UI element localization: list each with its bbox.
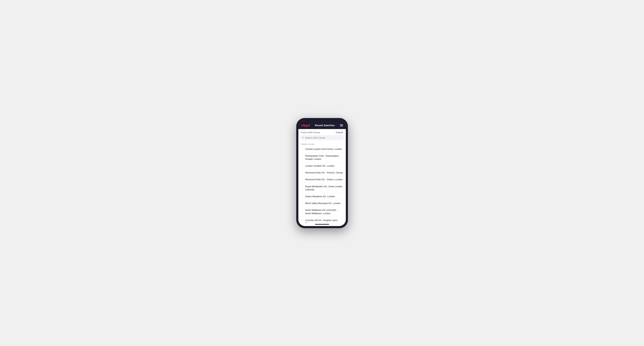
search-box[interactable]: ⚲ — [300, 135, 344, 140]
find-label: Find a Golf Course — [301, 131, 320, 134]
course-list-item[interactable]: London Scottish GC, London — [298, 163, 346, 170]
nav-bar: clippd Recent Searches — [298, 122, 346, 129]
course-name: Richmond Park GC - Prince's, Surrey — [305, 171, 343, 174]
find-header: Find a Golf Course Cancel — [298, 129, 346, 135]
content-area: Find a Golf Course Cancel ⚲ Nearby cours… — [298, 129, 346, 223]
course-name: Brent Valley Municipal GC, London — [305, 202, 340, 205]
course-list-item[interactable]: Coombe Hill GC, Kingston upon Thames — [298, 217, 346, 223]
search-input[interactable] — [305, 136, 342, 139]
menu-icon[interactable] — [340, 124, 343, 126]
cancel-button[interactable]: Cancel — [336, 131, 343, 134]
nearby-section-label: Nearby courses — [298, 142, 346, 146]
course-name: Roehampton Club - Roehampton, Greater Lo… — [305, 154, 343, 161]
course-list-item[interactable]: Royal Wimbledon GC, Great London Authori… — [298, 183, 346, 193]
course-list-item[interactable]: Brent Valley Municipal GC, London — [298, 200, 346, 207]
location-pin-icon — [301, 155, 304, 157]
course-list-item[interactable]: Roehampton Club - Roehampton, Greater Lo… — [298, 153, 346, 163]
course-name: Richmond Park GC - Duke's, London — [305, 178, 343, 181]
search-icon: ⚲ — [302, 136, 304, 139]
location-pin-icon — [301, 195, 304, 197]
location-pin-icon — [301, 219, 304, 221]
course-list: Central London Golf Centre, LondonRoeham… — [298, 146, 346, 223]
course-list-item[interactable]: Dukes Meadows GC, London — [298, 193, 346, 200]
course-list-item[interactable]: North Middlesex GC (1011942 - North Midd… — [298, 207, 346, 217]
location-pin-icon — [301, 165, 304, 167]
nav-title: Recent Searches — [315, 124, 335, 127]
location-pin-icon — [301, 171, 304, 174]
course-name: Central London Golf Centre, London — [305, 148, 342, 151]
location-pin-icon — [301, 209, 304, 211]
location-pin-icon — [301, 185, 304, 187]
home-indicator — [298, 223, 346, 226]
course-list-item[interactable]: Central London Golf Centre, London — [298, 146, 346, 153]
location-pin-icon — [301, 148, 304, 150]
course-name: Royal Wimbledon GC, Great London Authori… — [305, 185, 343, 191]
home-bar — [315, 224, 329, 225]
app-logo: clippd — [301, 124, 310, 127]
course-name: Coombe Hill GC, Kingston upon Thames — [305, 219, 343, 223]
course-list-item[interactable]: Richmond Park GC - Prince's, Surrey — [298, 170, 346, 176]
phone-device: clippd Recent Searches Find a Golf Cours… — [296, 118, 348, 228]
course-name: North Middlesex GC (1011942 - North Midd… — [305, 209, 343, 215]
course-list-item[interactable]: Richmond Park GC - Duke's, London — [298, 176, 346, 183]
phone-screen: clippd Recent Searches Find a Golf Cours… — [298, 120, 346, 226]
course-name: Dukes Meadows GC, London — [305, 195, 335, 198]
course-name: London Scottish GC, London — [305, 164, 334, 168]
location-pin-icon — [301, 178, 304, 180]
phone-notch — [298, 120, 346, 122]
location-pin-icon — [301, 202, 304, 204]
